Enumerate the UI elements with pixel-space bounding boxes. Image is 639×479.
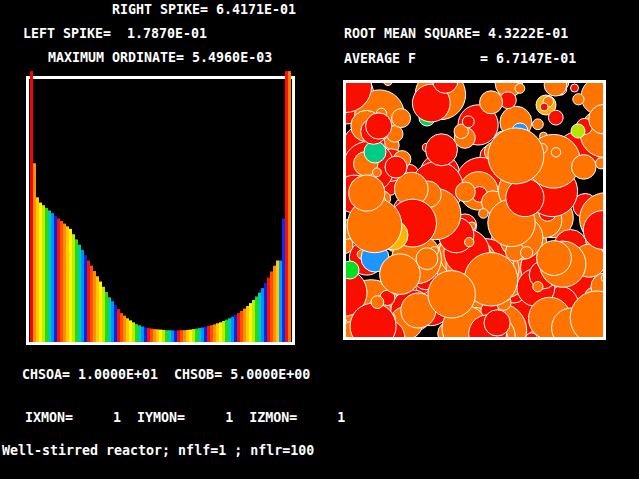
maximum-ordinate-readout: MAXIMUM ORDINATE= 5.4960E-03 — [48, 51, 272, 65]
left-spike-readout: LEFT SPIKE= 1.7870E-01 — [23, 27, 207, 41]
average-f-readout: AVERAGE F = 6.7147E-01 — [344, 52, 576, 66]
right-spike-readout: RIGHT SPIKE= 6.4171E-01 — [112, 3, 296, 17]
histogram-panel — [26, 69, 295, 345]
chso-readout: CHSOA= 1.0000E+01 CHSOB= 5.0000E+00 — [22, 368, 310, 382]
bubble-field-chart — [343, 80, 606, 340]
histogram-chart — [26, 69, 295, 345]
caption-text: Well-stirred reactor; nflf=1 ; nflr=100 — [2, 444, 314, 458]
reactor-visualization-screen: RIGHT SPIKE= 6.4171E-01 LEFT SPIKE= 1.78… — [0, 0, 639, 479]
monitor-readout: IXMON= 1 IYMON= 1 IZMON= 1 — [25, 411, 345, 425]
bubble-panel — [343, 80, 606, 340]
root-mean-square-readout: ROOT MEAN SQUARE= 4.3222E-01 — [344, 27, 568, 41]
